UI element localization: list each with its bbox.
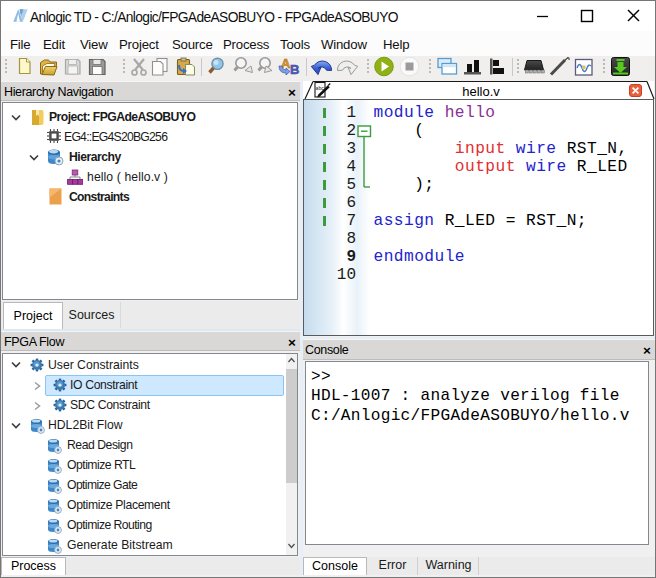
svg-text:B: B bbox=[290, 62, 299, 77]
